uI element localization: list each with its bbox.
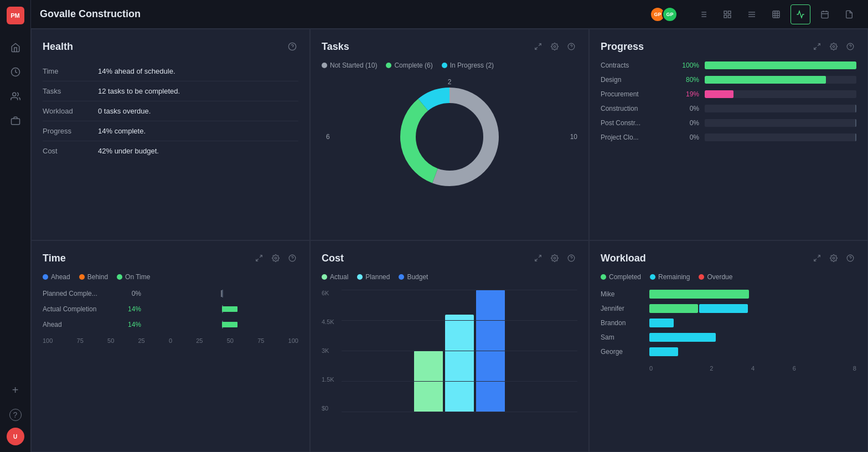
workload-rows: Mike Jennifer xyxy=(601,290,856,356)
legend-dot-behind xyxy=(79,274,85,280)
workload-bar-george-remaining xyxy=(649,347,678,356)
health-value-time: 14% ahead of schedule. xyxy=(98,67,175,75)
progress-pct-post-constr: 0% xyxy=(673,119,699,127)
progress-tick-post-constr xyxy=(855,119,856,127)
sidebar-item-portfolio[interactable] xyxy=(6,111,25,131)
legend-in-progress: In Progress (2) xyxy=(442,61,494,69)
progress-label-procurement: Procurement xyxy=(601,90,667,98)
time-row-actual: Actual Completion 14% xyxy=(43,305,298,313)
sidebar-item-history[interactable] xyxy=(6,62,25,82)
svg-line-27 xyxy=(539,44,541,46)
time-help-icon[interactable] xyxy=(286,252,298,264)
progress-track-project-clo xyxy=(705,133,856,141)
legend-label-behind: Behind xyxy=(87,273,108,281)
time-label-ahead: Ahead xyxy=(43,321,115,328)
svg-rect-2 xyxy=(11,119,19,125)
file-view-button[interactable] xyxy=(839,4,859,24)
health-row-workload: Workload 0 tasks overdue. xyxy=(43,101,298,121)
progress-track-procurement xyxy=(705,90,856,98)
progress-track-contracts xyxy=(705,61,856,69)
time-panel-header: Time xyxy=(43,252,298,264)
progress-track-post-constr xyxy=(705,119,856,127)
sidebar-add-button[interactable]: + xyxy=(6,380,25,400)
health-value-tasks: 12 tasks to be completed. xyxy=(98,87,180,95)
time-bar-fill-ahead xyxy=(222,322,237,327)
sidebar-user-avatar[interactable]: U xyxy=(7,428,24,445)
legend-label-completed: Completed xyxy=(609,273,641,281)
progress-track-design xyxy=(705,76,856,84)
cost-help-icon[interactable] xyxy=(565,252,577,264)
workload-help-icon[interactable] xyxy=(844,252,856,264)
legend-dot-remaining xyxy=(650,274,655,280)
bar-view-button[interactable] xyxy=(717,4,737,24)
dashboard-view-button[interactable] xyxy=(790,4,810,24)
workload-legend: Completed Remaining Overdue xyxy=(601,273,856,281)
time-axis: 100 75 50 25 0 25 50 75 100 xyxy=(43,328,298,344)
workload-axis-0: 0 xyxy=(649,365,691,372)
time-settings-icon[interactable] xyxy=(270,252,282,264)
time-bar-fill-actual xyxy=(222,306,237,312)
workload-row-brandon: Brandon xyxy=(601,319,856,327)
time-bar-ahead xyxy=(146,321,298,328)
progress-pct-project-clo: 0% xyxy=(673,133,699,141)
workload-expand-icon[interactable] xyxy=(811,252,823,264)
workload-settings-icon[interactable] xyxy=(828,252,840,264)
progress-pct-design: 80% xyxy=(673,76,699,84)
tasks-donut-chart: 2 6 10 xyxy=(322,76,577,198)
health-controls xyxy=(286,40,298,53)
sidebar-help-button[interactable]: ? xyxy=(9,409,22,421)
workload-name-brandon: Brandon xyxy=(601,319,645,327)
tasks-settings-icon[interactable] xyxy=(549,40,561,53)
time-axis-50-left: 50 xyxy=(107,337,114,344)
calendar-view-button[interactable] xyxy=(815,4,835,24)
app-logo[interactable]: PM xyxy=(7,7,24,24)
table-view-button[interactable] xyxy=(766,4,786,24)
health-label-time: Time xyxy=(43,67,98,75)
workload-row-george: George xyxy=(601,347,856,356)
workload-axis-6: 6 xyxy=(773,365,815,372)
time-rows: Planned Comple... 0% Actual Completion 1… xyxy=(43,290,298,328)
legend-dot-on-time xyxy=(117,274,122,280)
cost-legend: Actual Planned Budget xyxy=(322,273,577,281)
progress-fill-design xyxy=(705,76,826,84)
tasks-panel: Tasks xyxy=(310,29,589,240)
tasks-help-icon[interactable] xyxy=(565,40,577,53)
tasks-expand-icon[interactable] xyxy=(532,40,544,53)
progress-tick-project-clo xyxy=(855,133,856,141)
cost-expand-icon[interactable] xyxy=(532,252,544,264)
progress-fill-procurement xyxy=(705,90,733,98)
cost-chart xyxy=(342,290,577,423)
legend-behind: Behind xyxy=(79,273,108,281)
dashboard: Health Time 14% ahead of schedule. Tasks xyxy=(31,29,868,452)
svg-line-40 xyxy=(260,255,262,258)
progress-row-construction: Construction 0% xyxy=(601,105,856,112)
workload-row-sam: Sam xyxy=(601,333,856,342)
time-axis-100-left: 100 xyxy=(43,337,53,344)
health-label-progress: Progress xyxy=(43,127,98,135)
cost-chart-area: 6K 4.5K 3K 1.5K $0 xyxy=(322,290,577,423)
svg-line-28 xyxy=(535,47,538,49)
tasks-controls xyxy=(532,40,577,53)
sidebar-item-home[interactable] xyxy=(6,38,25,58)
progress-help-icon[interactable] xyxy=(844,40,856,53)
legend-complete: Complete (6) xyxy=(386,61,432,69)
workload-bar-jennifer-completed xyxy=(649,304,698,313)
page-title: Govalle Construction xyxy=(40,8,645,20)
sidebar-item-people[interactable] xyxy=(6,86,25,106)
time-legend: Ahead Behind On Time xyxy=(43,273,298,281)
progress-settings-icon[interactable] xyxy=(828,40,840,53)
progress-expand-icon[interactable] xyxy=(811,40,823,53)
time-bar-planned xyxy=(146,290,298,297)
workload-axis-4: 4 xyxy=(732,365,774,372)
cost-settings-icon[interactable] xyxy=(549,252,561,264)
svg-rect-16 xyxy=(773,11,779,18)
progress-pct-construction: 0% xyxy=(673,105,699,112)
legend-label-remaining: Remaining xyxy=(658,273,690,281)
workload-row-jennifer: Jennifer xyxy=(601,304,856,313)
svg-point-1 xyxy=(12,93,16,96)
health-help-icon[interactable] xyxy=(286,40,298,53)
gantt-view-button[interactable] xyxy=(742,4,762,24)
time-expand-icon[interactable] xyxy=(253,252,265,264)
legend-on-time: On Time xyxy=(117,273,150,281)
list-view-button[interactable] xyxy=(693,4,713,24)
